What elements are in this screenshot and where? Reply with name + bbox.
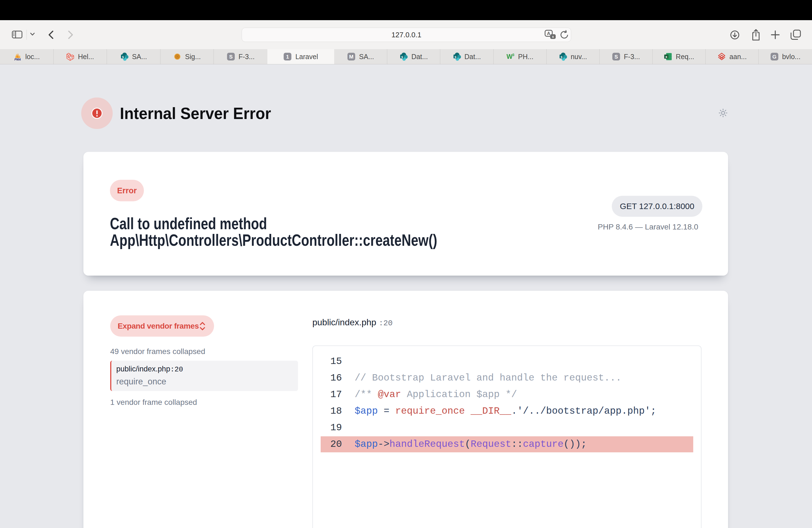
svg-text:1: 1 (286, 54, 289, 60)
svg-text:S: S (229, 54, 233, 60)
svg-text:s: s (454, 55, 456, 59)
svg-text:PMA: PMA (15, 58, 21, 61)
svg-text:x: x (552, 34, 554, 39)
svg-text:M: M (349, 54, 353, 60)
svg-text:s: s (401, 55, 403, 59)
svg-text:A: A (547, 31, 550, 36)
svg-text:S: S (614, 54, 618, 60)
svg-text:W: W (507, 53, 512, 60)
svg-text:x: x (665, 55, 668, 59)
svg-text:s: s (561, 55, 563, 59)
svg-text:G: G (772, 54, 777, 60)
svg-text:s: s (122, 55, 124, 59)
svg-text:3: 3 (512, 53, 514, 57)
